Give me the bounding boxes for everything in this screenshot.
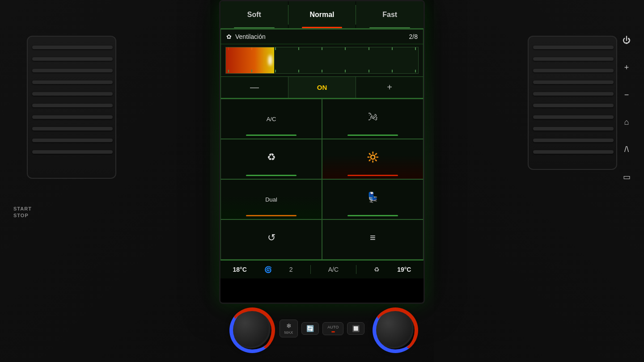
recirculate-button[interactable]: ♻ bbox=[220, 139, 322, 179]
tick bbox=[415, 70, 416, 72]
seat-vent-indicator bbox=[347, 215, 398, 216]
vent-slat bbox=[533, 69, 614, 72]
fan-increase-button[interactable]: + bbox=[356, 77, 423, 98]
climate-grid: A/C 🌬 ♻ 🔆 Dual 💺 ↺ ≡ bbox=[220, 98, 424, 260]
dual-mode-button[interactable]: Dual bbox=[220, 179, 322, 219]
right-air-vent bbox=[528, 36, 617, 170]
fan-icon: ✿ bbox=[226, 33, 232, 40]
vent-slat bbox=[32, 115, 113, 119]
power-button[interactable]: ⏻ bbox=[623, 36, 631, 45]
tick bbox=[275, 47, 276, 50]
back-button[interactable]: ↺ bbox=[220, 219, 322, 260]
navigation-button[interactable]: /\ bbox=[624, 145, 629, 154]
vent-slat bbox=[533, 104, 614, 107]
vent-slat bbox=[533, 115, 614, 119]
heated-seat-indicator bbox=[347, 175, 398, 176]
vent-slat bbox=[32, 104, 113, 107]
right-temp-display: 19°C bbox=[397, 266, 411, 273]
volume-up-button[interactable]: + bbox=[624, 63, 629, 72]
vent-slat bbox=[533, 80, 614, 84]
right-side-controls: ⏻ + − ⌂ /\ ▭ bbox=[623, 36, 631, 182]
fan-controls: — ON + bbox=[221, 76, 423, 98]
screen-button[interactable]: ▭ bbox=[623, 172, 631, 182]
fan-speed-track bbox=[225, 47, 419, 74]
ac-button[interactable]: A/C bbox=[220, 99, 322, 139]
max-defrost-button[interactable]: ❄ MAX bbox=[280, 320, 298, 337]
front-defrost-indicator bbox=[347, 135, 398, 136]
home-button[interactable]: ⌂ bbox=[624, 118, 629, 127]
auto-label: AUTO bbox=[327, 325, 339, 329]
max-defrost-icon: ❄ bbox=[286, 322, 292, 329]
tick bbox=[322, 70, 322, 72]
rear-defrost-button[interactable]: 🔲 bbox=[347, 322, 364, 335]
center-touchscreen: Soft Normal Fast ✿ Ventilación 2/8 bbox=[219, 0, 425, 304]
recirculation-button[interactable]: 🔄 bbox=[301, 322, 319, 335]
vent-slat bbox=[32, 46, 113, 49]
left-dash-panel: START STOP bbox=[0, 0, 210, 362]
vent-slat bbox=[533, 57, 614, 61]
tab-normal[interactable]: Normal bbox=[288, 1, 356, 28]
dual-indicator bbox=[246, 215, 297, 216]
status-speed-number: 2 bbox=[289, 266, 293, 273]
status-divider bbox=[356, 265, 356, 274]
fan-decrease-button[interactable]: — bbox=[221, 77, 288, 98]
tick bbox=[345, 70, 346, 72]
tick bbox=[392, 70, 393, 72]
tab-soft[interactable]: Soft bbox=[220, 1, 288, 28]
right-vent-slats bbox=[533, 46, 614, 154]
status-fan-icon: 🌀 bbox=[264, 266, 272, 273]
back-icon: ↺ bbox=[267, 232, 275, 244]
front-defrost-button[interactable]: 🌬 bbox=[322, 99, 424, 139]
status-ac-label: A/C bbox=[328, 266, 339, 273]
heated-seat-icon: 🔆 bbox=[367, 152, 379, 163]
vent-slat bbox=[533, 46, 614, 49]
tick bbox=[322, 47, 322, 50]
dial-red-ring bbox=[229, 307, 275, 353]
auto-climate-button[interactable]: AUTO bbox=[322, 322, 343, 335]
dual-label: Dual bbox=[265, 196, 277, 203]
start-stop-label: START STOP bbox=[13, 206, 32, 219]
dial-red-ring bbox=[373, 307, 418, 353]
vent-slat bbox=[533, 92, 614, 96]
ventilation-section: ✿ Ventilación 2/8 bbox=[220, 29, 424, 98]
recirculation-icon: 🔄 bbox=[306, 325, 314, 332]
front-defrost-icon: 🌬 bbox=[368, 111, 378, 123]
tick bbox=[298, 47, 299, 50]
rear-defrost-icon: 🔲 bbox=[352, 325, 360, 332]
tick bbox=[345, 47, 346, 50]
vent-slat bbox=[32, 127, 113, 130]
fan-on-button[interactable]: ON bbox=[288, 77, 356, 98]
top-button-row: ❄ MAX 🔄 AUTO 🔲 bbox=[280, 320, 364, 337]
right-dash-panel: ⏻ + − ⌂ /\ ▭ bbox=[434, 0, 644, 362]
left-temperature-dial[interactable] bbox=[230, 308, 271, 349]
tick bbox=[369, 47, 369, 50]
ac-indicator bbox=[246, 135, 297, 136]
menu-button[interactable]: ≡ bbox=[322, 219, 424, 260]
vent-slat bbox=[32, 57, 113, 61]
tick bbox=[392, 47, 393, 50]
status-recirculate-icon: ♻ bbox=[374, 266, 380, 273]
ventilation-level: 2/8 bbox=[409, 33, 418, 40]
tick bbox=[251, 70, 252, 72]
auto-led bbox=[331, 331, 335, 333]
screen-status-bar: 18°C 🌀 2 A/C ♻ 19°C bbox=[220, 260, 424, 278]
recirculate-indicator bbox=[246, 175, 297, 176]
tick bbox=[298, 70, 299, 72]
vent-slat bbox=[32, 150, 113, 154]
tick bbox=[415, 47, 416, 50]
tab-fast[interactable]: Fast bbox=[356, 1, 424, 28]
menu-icon: ≡ bbox=[370, 232, 376, 244]
heated-seat-button[interactable]: 🔆 bbox=[322, 139, 424, 179]
ac-label: A/C bbox=[267, 116, 276, 122]
seat-ventilation-button[interactable]: 💺 bbox=[322, 179, 424, 219]
vent-slat bbox=[32, 69, 113, 72]
fan-speed-bar-container bbox=[221, 44, 423, 76]
vent-slat bbox=[533, 139, 614, 142]
fan-tick-bottom-row bbox=[226, 70, 418, 73]
vent-slat bbox=[32, 80, 113, 84]
ventilation-title: ✿ Ventilación bbox=[226, 33, 266, 40]
ventilation-header: ✿ Ventilación 2/8 bbox=[221, 29, 423, 44]
right-temperature-dial[interactable] bbox=[373, 308, 414, 349]
volume-down-button[interactable]: − bbox=[624, 90, 629, 100]
left-temp-display: 18°C bbox=[233, 266, 247, 273]
